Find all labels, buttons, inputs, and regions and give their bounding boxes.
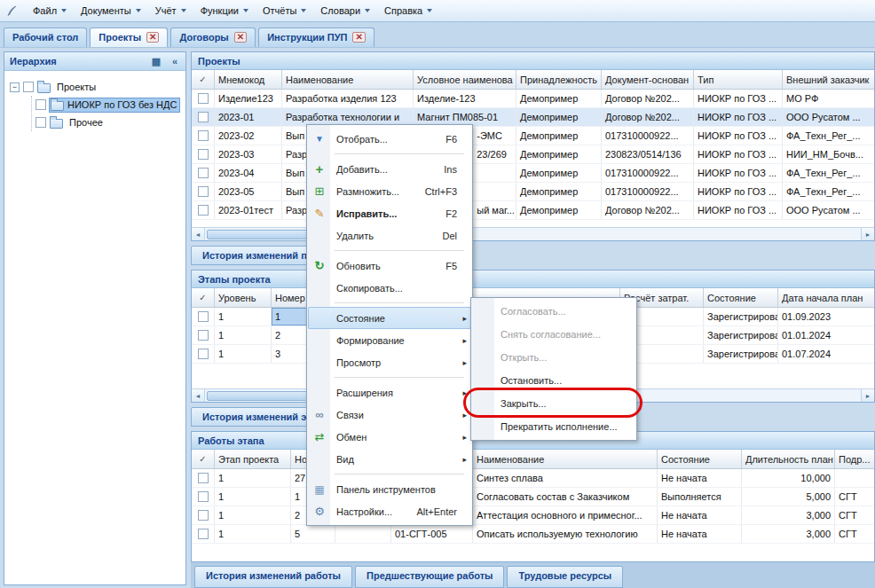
- submenu-item[interactable]: Прекратить исполнение...: [472, 415, 635, 438]
- context-menu-item[interactable]: Исправить... F2 ▸: [308, 202, 471, 224]
- column-header-mnemokod[interactable]: Мнемокод: [215, 70, 282, 89]
- row-checkbox[interactable]: [198, 510, 209, 521]
- row-checkbox[interactable]: [198, 491, 209, 502]
- select-all-column-header[interactable]: ✓: [192, 288, 215, 307]
- row-checkbox[interactable]: [198, 529, 209, 539]
- column-header-dlitelnost[interactable]: Длительность план▼: [742, 450, 835, 468]
- menubar-item[interactable]: Файл: [26, 2, 74, 20]
- column-header-prinadlezhnost[interactable]: Принадлежность: [516, 70, 602, 89]
- workspace-tab[interactable]: Инструкции ПУП ✕: [258, 27, 374, 47]
- menubar-item[interactable]: Справка: [377, 2, 439, 20]
- tree-checkbox[interactable]: [23, 82, 34, 92]
- scrollbar-thumb[interactable]: [207, 391, 313, 401]
- row-checkbox[interactable]: [198, 473, 209, 483]
- context-menu-item[interactable]: Отобрать... F6 ▸: [308, 128, 471, 150]
- tree-node-label[interactable]: НИОКР по ГОЗ без НДС: [67, 99, 177, 110]
- table-row[interactable]: 1 27 Синтез сплава Не начата 10,000: [192, 469, 874, 488]
- close-icon[interactable]: ✕: [146, 32, 159, 43]
- tree-node-root[interactable]: − Проекты: [10, 78, 182, 96]
- context-menu-item[interactable]: ▸: [308, 150, 471, 158]
- context-menu-item[interactable]: Расширения ▸: [308, 381, 471, 404]
- row-checkbox[interactable]: [198, 311, 209, 322]
- column-header-dokument[interactable]: Документ-основан: [602, 70, 694, 89]
- table-row[interactable]: 2023-05 Вып Демопример 017310000922... Н…: [192, 183, 874, 201]
- row-checkbox[interactable]: [198, 330, 209, 341]
- column-header-sostoyanie[interactable]: Состояние: [658, 450, 742, 468]
- search-icon[interactable]: ▦: [148, 54, 164, 69]
- tree-node-label[interactable]: Проекты: [54, 81, 99, 93]
- context-menu-item[interactable]: ▸: [308, 373, 471, 381]
- menubar-item[interactable]: Учёт: [148, 2, 193, 20]
- column-header-sostoyanie[interactable]: Состояние: [704, 288, 778, 307]
- column-header-zakazchik[interactable]: Внешний заказчик: [783, 70, 875, 89]
- row-checkbox[interactable]: [198, 349, 209, 359]
- context-menu-item[interactable]: Обмен ▸: [308, 426, 471, 448]
- row-checkbox[interactable]: [198, 130, 209, 141]
- table-row[interactable]: Изделие123 Разработка изделия 123 Издели…: [192, 90, 874, 108]
- context-menu-item[interactable]: Связи ▸: [308, 404, 471, 426]
- tree-node-label[interactable]: Прочее: [67, 116, 106, 129]
- context-menu-item[interactable]: Просмотр ▸: [308, 351, 471, 373]
- context-menu-item[interactable]: Настройки... Alt+Enter ▸: [308, 500, 471, 522]
- bottom-tab[interactable]: История изменений работы: [194, 566, 352, 588]
- context-menu-item[interactable]: Вид ▸: [308, 448, 471, 470]
- workspace-tab[interactable]: Рабочий стол ✕: [4, 27, 87, 47]
- submenu-item[interactable]: Закрыть...: [472, 392, 635, 415]
- menubar-item[interactable]: Отчёты: [256, 2, 313, 20]
- context-menu-item[interactable]: Скопировать... ▸: [308, 277, 471, 299]
- row-checkbox[interactable]: [198, 149, 209, 160]
- table-row[interactable]: 1 5 01-СГТ-005 Описать используемую техн…: [192, 525, 874, 544]
- tree-checkbox[interactable]: [35, 117, 46, 128]
- submenu-item[interactable]: Согласовать...: [472, 300, 635, 323]
- table-row[interactable]: 2023-01 Разработка технологии и Магнит П…: [192, 108, 874, 127]
- column-header-uroven[interactable]: Уровень: [215, 288, 272, 307]
- select-all-column-header[interactable]: ✓: [192, 70, 215, 89]
- context-menu-item[interactable]: Удалить Del ▸: [308, 224, 471, 247]
- submenu-item[interactable]: Открыть...: [472, 346, 635, 369]
- horizontal-scrollbar[interactable]: ◄ ►: [192, 227, 874, 240]
- scroll-right-icon[interactable]: ►: [861, 228, 874, 240]
- context-menu-item[interactable]: Размножить... Ctrl+F3 ▸: [308, 180, 471, 202]
- row-checkbox[interactable]: [198, 112, 209, 122]
- row-checkbox[interactable]: [198, 186, 209, 197]
- context-menu-item[interactable]: Панель инструментов ▸: [308, 478, 471, 500]
- column-header-tip[interactable]: Тип: [694, 70, 783, 89]
- bottom-tab[interactable]: Трудовые ресурсы: [507, 566, 623, 588]
- table-row[interactable]: 2023-04 Вып Демопример 017310000922... Н…: [192, 164, 874, 183]
- context-menu-item[interactable]: Добавить... Ins ▸: [308, 158, 471, 180]
- tree-node-selected[interactable]: НИОКР по ГОЗ без НДС: [50, 98, 179, 112]
- column-header-naimenovanie[interactable]: Наименование: [473, 450, 658, 468]
- column-header-etap[interactable]: Этап проекта: [215, 450, 291, 468]
- scroll-right-icon[interactable]: ►: [861, 389, 874, 402]
- menubar-item[interactable]: Документы: [74, 2, 148, 20]
- row-checkbox[interactable]: [198, 93, 209, 104]
- column-header-naimenovanie[interactable]: Наименование: [282, 70, 414, 89]
- close-icon[interactable]: ✕: [234, 32, 247, 43]
- context-menu-item[interactable]: Формирование ▸: [308, 329, 471, 351]
- tree-node[interactable]: Прочее: [35, 114, 182, 131]
- context-menu-item[interactable]: ▸: [308, 247, 471, 255]
- context-menu-item[interactable]: Обновить F5 ▸: [308, 255, 471, 277]
- tree-expander-icon[interactable]: −: [10, 82, 20, 92]
- collapse-panel-icon[interactable]: «: [167, 54, 183, 69]
- column-header-uslovnoe[interactable]: Условное наименова: [414, 70, 516, 89]
- table-row[interactable]: 2023-02 Вып -ЭМС Демопример 017310000922…: [192, 127, 874, 145]
- row-checkbox[interactable]: [198, 168, 209, 178]
- submenu-item[interactable]: Остановить...: [472, 369, 635, 392]
- tree-node[interactable]: НИОКР по ГОЗ без НДС: [35, 96, 182, 114]
- tree-checkbox[interactable]: [35, 99, 46, 110]
- column-header-podrazdelenie[interactable]: Подр...: [835, 450, 875, 468]
- scroll-left-icon[interactable]: ◄: [192, 228, 205, 240]
- row-checkbox[interactable]: [198, 205, 209, 216]
- table-row[interactable]: 1 1 Согласовать состав с Заказчиком Выпо…: [192, 488, 874, 506]
- workspace-tab[interactable]: Договоры ✕: [170, 27, 256, 47]
- table-row[interactable]: 2023-01тест Разр ый маг... Демопример До…: [192, 201, 874, 220]
- scroll-left-icon[interactable]: ◄: [192, 389, 205, 402]
- column-header-data-nachala[interactable]: Дата начала план: [778, 288, 875, 307]
- table-row[interactable]: 1 2 Аттестация основного и примесног... …: [192, 506, 874, 525]
- context-menu-item[interactable]: ▸: [308, 299, 471, 307]
- context-menu-item[interactable]: Состояние ▸: [308, 307, 471, 329]
- bottom-tab[interactable]: Предшествующие работы: [355, 566, 504, 588]
- workspace-tab[interactable]: Проекты ✕: [90, 27, 168, 47]
- select-all-column-header[interactable]: ✓: [192, 450, 215, 468]
